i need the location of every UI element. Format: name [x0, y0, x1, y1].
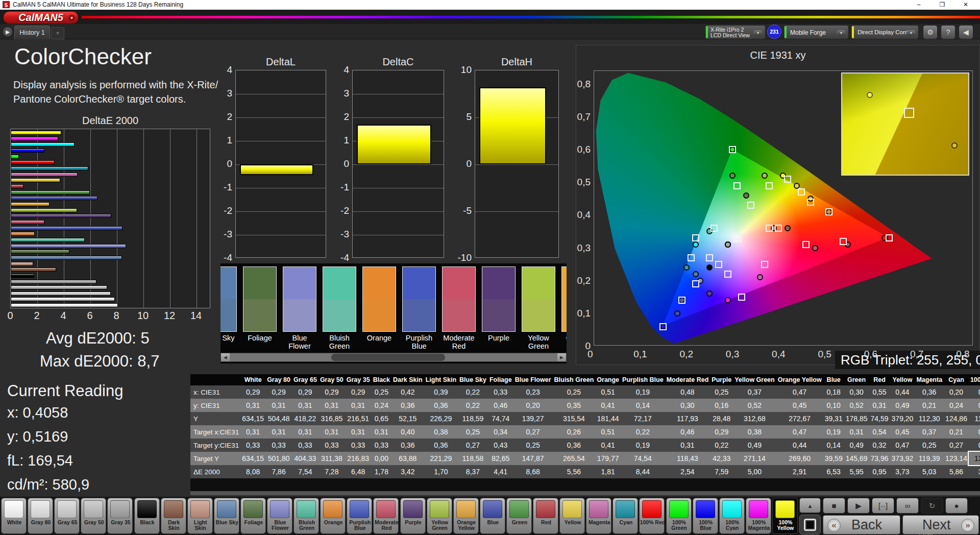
- stop-icon[interactable]: ■: [823, 498, 845, 514]
- reading-fL: fL: 169,54: [7, 452, 89, 469]
- patch-button-blue-flower[interactable]: BlueFlower: [267, 498, 292, 534]
- cell: 1,78: [372, 465, 391, 478]
- patch-button-purplish-blue[interactable]: PurplishBlue: [347, 498, 372, 534]
- strip-swatch-bluish-green[interactable]: BluishGreen: [323, 266, 356, 350]
- scroll-right-icon[interactable]: ▶: [557, 353, 566, 361]
- tab-nav-button[interactable]: ▶: [2, 26, 13, 37]
- patch-button-purple[interactable]: Purple: [400, 498, 426, 534]
- restore-button[interactable]: ❐: [935, 0, 950, 10]
- patch-button-blue[interactable]: Blue: [480, 498, 505, 534]
- patch-button-cyan[interactable]: Cyan: [612, 498, 638, 534]
- cell: 0,51: [595, 425, 621, 439]
- patch-button-gray-80[interactable]: Gray 80: [28, 498, 53, 534]
- refresh-icon[interactable]: ↻: [921, 498, 943, 514]
- row-label: Target y:CIE31: [190, 439, 240, 452]
- patch-button-orange-yellow[interactable]: OrangeYellow: [453, 498, 479, 534]
- strip-swatch-purple[interactable]: Purple: [482, 266, 516, 342]
- logo-text: CalMAN: [18, 12, 58, 23]
- measured-point-black: [706, 264, 713, 271]
- pattern-range-icon[interactable]: [··]: [872, 498, 894, 514]
- page-description: Display analysis is performed with the X…: [13, 78, 218, 106]
- patch-button-magenta[interactable]: Magenta: [586, 498, 611, 534]
- strip-swatch-blue-sky[interactable]: Blue Sky: [220, 266, 237, 342]
- cell: 5,95: [844, 465, 869, 478]
- help-icon[interactable]: ?: [941, 25, 955, 39]
- meter-dropdown[interactable]: X-Rite i1Pro 2 LCD Direct View ▼: [705, 25, 766, 39]
- strip-swatch-moderate-red[interactable]: ModerateRed: [442, 266, 476, 350]
- minimize-button[interactable]: –: [911, 0, 926, 10]
- patch-button-100-magenta[interactable]: 100%Magenta: [746, 498, 771, 534]
- pattern-up-icon[interactable]: ▲: [799, 498, 821, 513]
- gear-icon[interactable]: ⚙: [923, 25, 938, 39]
- cell: 0,64: [969, 425, 980, 439]
- patch-chip: [669, 500, 689, 518]
- patch-label: 100%Green: [667, 520, 692, 531]
- cell: 0,46: [488, 399, 513, 412]
- measured-color: [522, 299, 555, 331]
- loop-icon[interactable]: ∞: [896, 498, 919, 514]
- patch-button-light-skin[interactable]: LightSkin: [187, 498, 213, 534]
- next-button[interactable]: Next »: [902, 515, 979, 534]
- patch-button-black[interactable]: Black: [134, 498, 160, 534]
- cell: 0,48: [665, 385, 710, 399]
- patch-button-dark-skin[interactable]: DarkSkin: [161, 498, 186, 534]
- patch-label: Black: [135, 520, 160, 525]
- cell: 0,35: [553, 399, 596, 412]
- play-icon[interactable]: ▶: [847, 498, 870, 514]
- strip-scrollbar[interactable]: ◀ ▶: [220, 353, 567, 362]
- target-point-foliage: [747, 202, 754, 209]
- cell[interactable]: 134,86: [969, 452, 980, 465]
- source-dropdown[interactable]: Mobile Forge ▼: [783, 25, 849, 39]
- add-tab-button[interactable]: +: [51, 27, 64, 39]
- cie-y-tick: 0,1: [577, 308, 591, 319]
- tab-history-1[interactable]: History 1: [14, 26, 50, 39]
- target-point-green: [733, 182, 741, 189]
- cie-y-tick: 0,8: [577, 79, 591, 90]
- bar-gray-80: [11, 297, 115, 301]
- patch-button-moderate-red[interactable]: ModerateRed: [373, 498, 399, 534]
- table-scrollbar[interactable]: [190, 491, 980, 495]
- strip-swatch-purplish-blue[interactable]: PurplishBlue: [402, 266, 436, 350]
- patch-button-100-blue[interactable]: 100%Blue: [693, 498, 718, 534]
- target-color: [482, 267, 515, 299]
- patch-button-green[interactable]: Green: [506, 498, 532, 534]
- patch-button-white[interactable]: White: [1, 498, 27, 534]
- cell: 0,49: [733, 439, 776, 452]
- strip-swatch-orange-yellow[interactable]: OrangeYellow: [561, 266, 567, 350]
- calman-logo-menu[interactable]: CalMAN5 ▼: [3, 11, 79, 24]
- deltae-chart-title: DeltaE 2000: [10, 115, 210, 127]
- strip-swatch-orange[interactable]: Orange: [362, 266, 396, 342]
- patch-button-100-cyan[interactable]: 100%Cyan: [719, 498, 745, 534]
- patch-button-orange[interactable]: Orange: [320, 498, 346, 534]
- patch-button-gray-35[interactable]: Gray 35: [107, 498, 133, 534]
- patch-button-gray-50[interactable]: Gray 50: [81, 498, 106, 534]
- bar-black: [11, 274, 34, 278]
- collapse-icon[interactable]: ◀: [959, 25, 973, 39]
- patch-button-yellow-green[interactable]: YellowGreen: [427, 498, 452, 534]
- strip-swatch-foliage[interactable]: Foliage: [243, 266, 277, 342]
- bar-purplish-blue: [11, 226, 122, 230]
- display-control-dropdown[interactable]: Direct Display Control ▼: [851, 25, 919, 39]
- strip-scrollbar-thumb[interactable]: [331, 354, 445, 361]
- patch-button-yellow[interactable]: Yellow: [559, 498, 585, 534]
- strip-swatch-blue-flower[interactable]: BlueFlower: [283, 266, 316, 350]
- scroll-left-icon[interactable]: ◀: [221, 353, 230, 361]
- col-header: 100% Red: [969, 374, 980, 385]
- cell: 0,25: [372, 385, 391, 399]
- cell: 124,86: [944, 412, 969, 425]
- close-button[interactable]: ✕: [958, 0, 973, 10]
- reading-cdm: cd/m²: 580,9: [7, 476, 89, 493]
- patch-button-foliage[interactable]: Foliage: [240, 498, 266, 534]
- pattern-window-button[interactable]: [799, 515, 821, 534]
- patch-button-gray-65[interactable]: Gray 65: [54, 498, 80, 534]
- strip-swatch-yellow-green[interactable]: YellowGreen: [522, 266, 555, 350]
- patch-button-100-yellow[interactable]: 100%Yellow: [772, 498, 798, 534]
- patch-button-bluish-green[interactable]: BluishGreen: [293, 498, 319, 534]
- patch-button-red[interactable]: Red: [533, 498, 558, 534]
- patch-button-100-red[interactable]: 100% Red: [639, 498, 665, 534]
- patch-button-blue-sky[interactable]: Blue Sky: [214, 498, 239, 534]
- color-wheel-icon[interactable]: ●: [945, 498, 968, 514]
- back-button[interactable]: « Back: [823, 515, 900, 534]
- patch-button-100-green[interactable]: 100%Green: [666, 498, 692, 534]
- deltac-chart: [352, 70, 444, 258]
